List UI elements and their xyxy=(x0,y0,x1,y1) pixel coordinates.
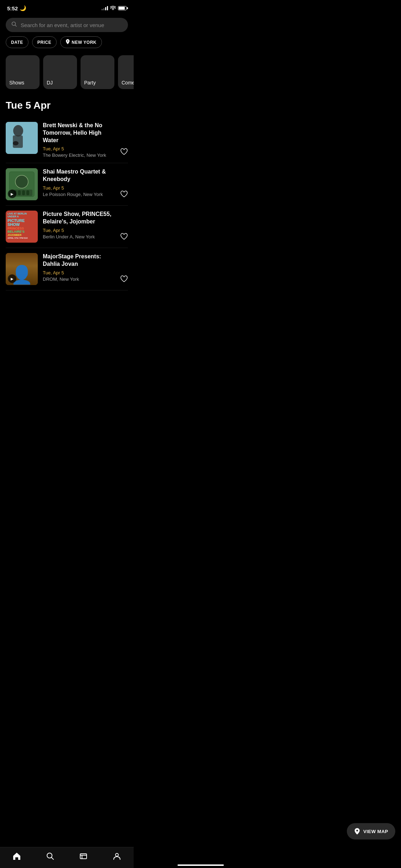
category-label: Party xyxy=(84,80,111,86)
event-item[interactable]: Brett Newski & the No Tomorrow, Hello Hi… xyxy=(6,117,128,163)
moon-icon: 🌙 xyxy=(20,5,26,11)
event-date: Tue, Apr 5 xyxy=(43,185,118,191)
event-date: Tue, Apr 5 xyxy=(43,146,118,151)
status-bar: 5:52 🌙 xyxy=(0,0,134,14)
event-venue: Berlin Under A, New York xyxy=(43,234,118,239)
event-item[interactable]: ▶ MajorStage Presents: Dahlia Jovan Tue,… xyxy=(6,248,128,290)
location-filter[interactable]: NEW YORK xyxy=(60,36,102,48)
event-details: Picture Show, PRINCE55, Belaire's, Jojom… xyxy=(43,211,128,239)
event-list: Brett Newski & the No Tomorrow, Hello Hi… xyxy=(0,117,134,290)
search-placeholder: Search for an event, artist or venue xyxy=(21,22,104,28)
svg-rect-13 xyxy=(26,190,29,195)
date-filter[interactable]: DATE xyxy=(6,36,29,48)
event-date: Tue, Apr 5 xyxy=(43,270,118,275)
svg-rect-12 xyxy=(22,190,25,195)
category-party[interactable]: Party xyxy=(81,55,114,89)
category-label: Comedy xyxy=(122,80,134,86)
signal-icon xyxy=(102,6,108,10)
svg-rect-11 xyxy=(18,190,21,195)
event-item[interactable]: LIVE AT BERLIN UNDER A PICTURESHOW PRINC… xyxy=(6,206,128,248)
category-label: Shows xyxy=(9,80,36,86)
search-icon xyxy=(11,21,17,29)
battery-icon xyxy=(118,6,127,10)
category-comedy[interactable]: Comedy xyxy=(118,55,134,89)
event-name: Shai Maestro Quartet & Kneebody xyxy=(43,168,118,183)
event-name: Brett Newski & the No Tomorrow, Hello Hi… xyxy=(43,122,118,144)
search-container: Search for an event, artist or venue xyxy=(0,14,134,36)
category-label: DJ xyxy=(47,80,73,86)
event-details: Brett Newski & the No Tomorrow, Hello Hi… xyxy=(43,122,128,158)
event-item[interactable]: ▶ Shai Maestro Quartet & Kneebody Tue, A… xyxy=(6,163,128,206)
favorite-button[interactable] xyxy=(120,275,128,284)
svg-point-8 xyxy=(15,175,28,188)
event-venue: Le Poisson Rouge, New York xyxy=(43,192,118,197)
event-thumbnail: ▶ xyxy=(6,253,38,285)
search-bar[interactable]: Search for an event, artist or venue xyxy=(6,18,128,32)
svg-point-5 xyxy=(13,141,19,145)
category-shows[interactable]: Shows xyxy=(6,55,40,89)
event-venue: DROM, New York xyxy=(43,277,118,282)
event-name: Picture Show, PRINCE55, Belaire's, Jojom… xyxy=(43,211,118,226)
status-icons xyxy=(102,6,127,11)
date-header: Tue 5 Apr xyxy=(0,100,134,117)
event-details: Shai Maestro Quartet & Kneebody Tue, Apr… xyxy=(43,168,128,197)
category-dj[interactable]: DJ xyxy=(43,55,77,89)
favorite-button[interactable] xyxy=(120,233,128,241)
event-thumbnail xyxy=(6,122,38,154)
filter-pills: DATE PRICE NEW YORK xyxy=(0,36,134,55)
location-icon xyxy=(66,39,70,45)
event-thumbnail: LIVE AT BERLIN UNDER A PICTURESHOW PRINC… xyxy=(6,211,38,243)
price-filter[interactable]: PRICE xyxy=(32,36,57,48)
favorite-button[interactable] xyxy=(120,148,128,156)
svg-point-3 xyxy=(13,125,23,136)
favorite-button[interactable] xyxy=(120,191,128,199)
wifi-icon xyxy=(110,6,116,11)
svg-line-1 xyxy=(15,25,17,27)
event-venue: The Bowery Electric, New York xyxy=(43,153,118,158)
event-details: MajorStage Presents: Dahlia Jovan Tue, A… xyxy=(43,253,128,282)
status-time: 5:52 xyxy=(7,5,18,11)
event-thumbnail: ▶ xyxy=(6,168,38,200)
event-date: Tue, Apr 5 xyxy=(43,228,118,233)
event-name: MajorStage Presents: Dahlia Jovan xyxy=(43,253,118,268)
categories-row: Shows DJ Party Comedy Thea… xyxy=(0,55,134,100)
